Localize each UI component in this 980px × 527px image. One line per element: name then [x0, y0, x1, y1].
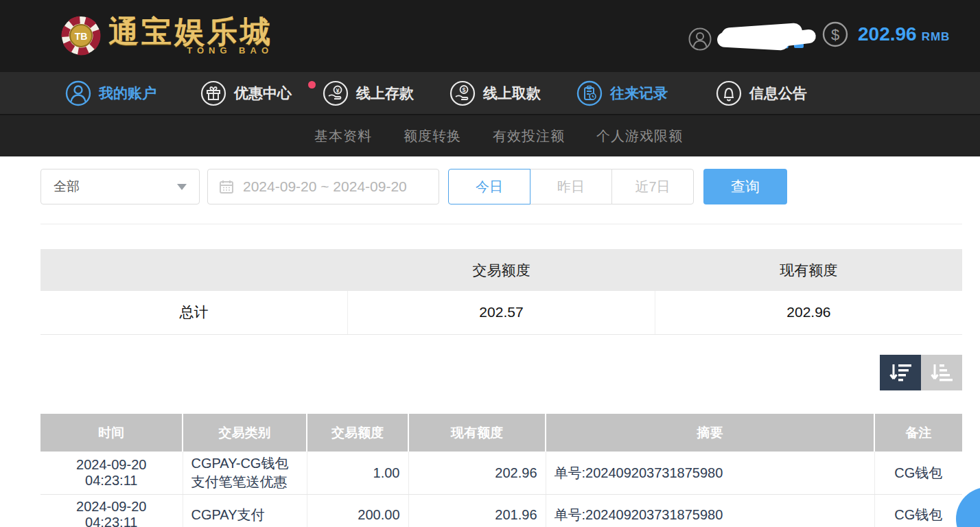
summary-header-current-balance: 现有额度: [655, 249, 962, 291]
col-header-summary: 摘要: [546, 414, 874, 452]
summary-total-row: 总计 202.57 202.96: [40, 291, 962, 334]
summary-transaction-amount: 202.57: [348, 291, 655, 334]
subnav-item-quota-transfer[interactable]: 额度转换: [404, 127, 461, 145]
type-select[interactable]: 全部: [40, 169, 200, 204]
table-row: 2024-09-20 04:23:11 CGPAY-CG钱包支付笔笔送优惠 1.…: [40, 452, 962, 495]
cell-remark: CG钱包: [874, 495, 962, 527]
dollar-circle-icon: $: [822, 21, 848, 47]
quick-range-yesterday[interactable]: 昨日: [530, 169, 612, 204]
nav-item-announcements[interactable]: 信息公告: [716, 72, 807, 114]
poker-chip-icon: TB: [60, 15, 102, 56]
header-user-account[interactable]: [688, 23, 820, 56]
logo-title: 通宝娱乐城: [108, 16, 273, 47]
notification-dot: [308, 81, 316, 89]
table-row: 2024-09-20 04:23:11 CGPAY支付 200.00 201.9…: [40, 495, 962, 527]
calendar-icon: [218, 178, 235, 195]
svg-text:¥: ¥: [336, 86, 339, 93]
nav-label: 线上取款: [483, 84, 541, 103]
nav-label: 优惠中心: [234, 84, 292, 103]
nav-item-withdraw[interactable]: $ 线上取款: [450, 72, 541, 114]
user-circle-icon: [688, 27, 712, 51]
col-header-time: 时间: [40, 414, 183, 452]
top-header: TB 通宝娱乐城 TONG BAO $ 202.96 RMB: [0, 0, 980, 72]
nav-label: 信息公告: [749, 84, 807, 103]
cell-transaction-type: CGPAY支付: [183, 495, 307, 527]
cell-summary: 单号:202409203731875980: [546, 452, 874, 495]
subnav-item-valid-bets[interactable]: 有效投注额: [493, 127, 565, 145]
user-icon: [65, 80, 91, 106]
date-range-value: 2024-09-20 ~ 2024-09-20: [243, 178, 407, 195]
summary-total-label: 总计: [40, 291, 348, 334]
summary-header-row: 交易额度 现有额度: [40, 249, 962, 291]
cell-current-balance: 202.96: [408, 452, 546, 495]
type-select-value: 全部: [54, 178, 80, 196]
withdraw-icon: $: [450, 80, 476, 106]
records-table: 时间 交易类别 交易额度 现有额度 摘要 备注 2024-09-20 04:23…: [40, 414, 962, 527]
gift-icon: [200, 80, 226, 106]
balance-amount: 202.96: [858, 23, 917, 45]
main-navigation: 我的账户 优惠中心 ¥ 线上存款: [0, 72, 980, 115]
cell-transaction-amount: 1.00: [307, 452, 408, 495]
cell-time: 2024-09-20 04:23:11: [40, 452, 183, 495]
cell-current-balance: 201.96: [408, 495, 546, 527]
subnav-item-basic-info[interactable]: 基本资料: [314, 127, 372, 145]
sub-navigation: 基本资料 额度转换 有效投注额 个人游戏限额: [0, 115, 980, 156]
header-balance: $ 202.96 RMB: [822, 21, 950, 47]
balance-currency: RMB: [922, 25, 950, 44]
nav-item-my-account[interactable]: 我的账户: [65, 72, 156, 114]
sort-descending-button[interactable]: [880, 355, 921, 390]
logo-subtitle: TONG BAO: [187, 45, 273, 56]
summary-current-balance: 202.96: [655, 291, 962, 334]
nav-item-transaction-records[interactable]: 往来记录: [576, 72, 668, 114]
nav-label: 往来记录: [610, 84, 668, 103]
col-header-transaction-type: 交易类别: [183, 414, 307, 452]
section-divider: [40, 224, 962, 224]
nav-item-promotions[interactable]: 优惠中心: [200, 72, 292, 114]
site-logo[interactable]: TB 通宝娱乐城 TONG BAO: [60, 15, 273, 56]
records-icon: [576, 80, 603, 106]
cell-transaction-amount: 200.00: [307, 495, 408, 527]
svg-text:$: $: [462, 86, 465, 93]
cell-time: 2024-09-20 04:23:11: [40, 495, 183, 527]
sort-ascending-button[interactable]: [921, 355, 962, 390]
sort-ascending-icon: [929, 361, 954, 384]
summary-header-blank: [40, 249, 348, 291]
date-range-input[interactable]: 2024-09-20 ~ 2024-09-20: [207, 169, 439, 204]
quick-range-last7days[interactable]: 近7日: [611, 169, 694, 204]
col-header-current-balance: 现有额度: [408, 414, 546, 452]
quick-range-group: 今日 昨日 近7日: [448, 169, 694, 204]
nav-label: 我的账户: [99, 84, 156, 103]
svg-text:$: $: [831, 26, 839, 43]
summary-header-transaction-amount: 交易额度: [348, 249, 655, 291]
quick-range-today[interactable]: 今日: [448, 169, 530, 204]
sort-button-group: [880, 355, 962, 390]
nav-label: 线上存款: [356, 84, 414, 103]
summary-table: 交易额度 现有额度 总计 202.57 202.96: [40, 249, 962, 335]
deposit-icon: ¥: [323, 80, 349, 106]
chevron-down-icon: [177, 184, 187, 190]
records-header-row: 时间 交易类别 交易额度 现有额度 摘要 备注: [40, 414, 962, 452]
cell-summary: 单号:202409203731875980: [546, 495, 874, 527]
sort-descending-icon: [888, 361, 913, 384]
svg-text:TB: TB: [75, 31, 88, 42]
bell-icon: [716, 80, 742, 106]
cell-remark: CG钱包: [874, 452, 962, 495]
search-button[interactable]: 查询: [703, 169, 787, 204]
col-header-remark: 备注: [874, 414, 962, 452]
cell-transaction-type: CGPAY-CG钱包支付笔笔送优惠: [183, 452, 307, 495]
col-header-transaction-amount: 交易额度: [307, 414, 408, 452]
username-redaction: [717, 23, 820, 56]
subnav-item-game-limits[interactable]: 个人游戏限额: [596, 127, 683, 145]
nav-item-deposit[interactable]: ¥ 线上存款: [323, 72, 414, 114]
